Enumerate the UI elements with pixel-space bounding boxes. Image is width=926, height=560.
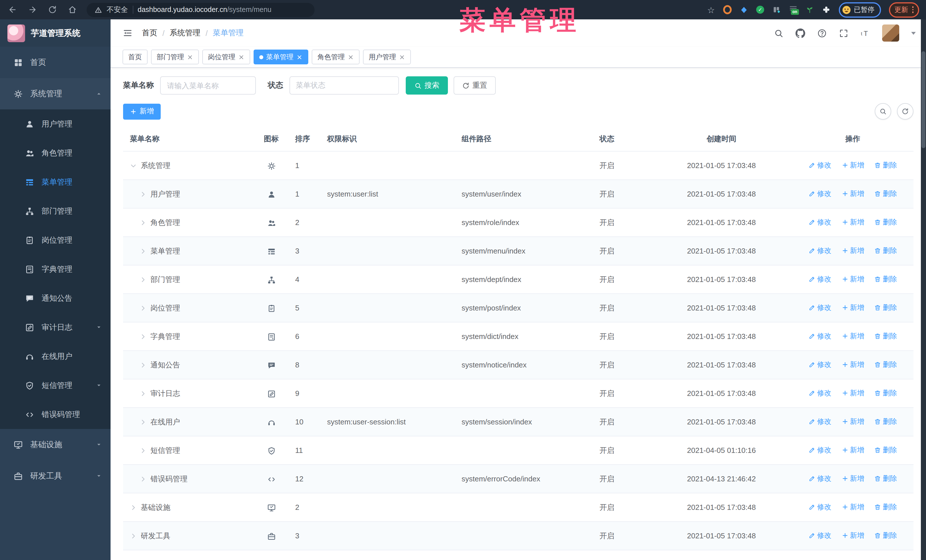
- edit-link[interactable]: 修改: [809, 332, 831, 341]
- menu-name-input[interactable]: [160, 76, 256, 95]
- edit-link[interactable]: 修改: [809, 246, 831, 256]
- edit-link[interactable]: 修改: [809, 503, 831, 512]
- extension-icon[interactable]: [739, 5, 748, 14]
- extension-icon[interactable]: [723, 5, 731, 14]
- close-icon[interactable]: [187, 54, 193, 60]
- add-link[interactable]: 新增: [841, 503, 864, 512]
- scrollbar-thumb[interactable]: [921, 51, 925, 148]
- add-link[interactable]: 新增: [841, 474, 864, 484]
- user-avatar[interactable]: [882, 24, 899, 42]
- sidebar-item-岗位管理[interactable]: 岗位管理: [0, 226, 110, 255]
- delete-link[interactable]: 删除: [874, 417, 897, 427]
- edit-link[interactable]: 修改: [809, 275, 831, 284]
- close-icon[interactable]: [238, 54, 244, 60]
- browser-forward-button[interactable]: [27, 4, 38, 15]
- profile-paused-badge[interactable]: 已暂停: [838, 2, 881, 17]
- browser-update-button[interactable]: 更新: [889, 2, 919, 17]
- page-scrollbar[interactable]: [921, 20, 926, 560]
- edit-link[interactable]: 修改: [809, 417, 831, 427]
- expand-caret-icon[interactable]: [130, 504, 137, 511]
- sidebar-item-在线用户[interactable]: 在线用户: [0, 342, 110, 371]
- github-icon[interactable]: [796, 28, 805, 38]
- sidebar-item-首页[interactable]: 首页: [0, 47, 110, 78]
- browser-home-button[interactable]: [67, 4, 78, 15]
- search-button[interactable]: 搜索: [406, 76, 448, 95]
- toggle-search-button[interactable]: [875, 103, 891, 120]
- delete-link[interactable]: 删除: [874, 246, 897, 256]
- add-link[interactable]: 新增: [841, 189, 864, 199]
- sidebar-item-字典管理[interactable]: 字典管理: [0, 255, 110, 284]
- expand-caret-icon[interactable]: [139, 190, 147, 198]
- edit-link[interactable]: 修改: [809, 189, 831, 199]
- edit-link[interactable]: 修改: [809, 531, 831, 540]
- reset-button[interactable]: 重置: [454, 76, 496, 95]
- delete-link[interactable]: 删除: [874, 189, 897, 199]
- close-icon[interactable]: [399, 54, 405, 60]
- expand-caret-icon[interactable]: [139, 219, 147, 226]
- tag-角色管理[interactable]: 角色管理: [312, 50, 360, 64]
- delete-link[interactable]: 删除: [874, 275, 897, 284]
- delete-link[interactable]: 删除: [874, 217, 897, 227]
- delete-link[interactable]: 删除: [874, 445, 897, 455]
- delete-link[interactable]: 删除: [874, 303, 897, 313]
- expand-caret-icon[interactable]: [139, 475, 147, 482]
- breadcrumb-item[interactable]: 首页: [142, 28, 157, 38]
- delete-link[interactable]: 删除: [874, 474, 897, 484]
- browser-reload-button[interactable]: [47, 4, 58, 15]
- edit-link[interactable]: 修改: [809, 217, 831, 227]
- delete-link[interactable]: 删除: [874, 161, 897, 171]
- expand-caret-icon[interactable]: [139, 305, 147, 311]
- refresh-table-button[interactable]: [897, 103, 914, 120]
- add-link[interactable]: 新增: [841, 388, 864, 398]
- edit-link[interactable]: 修改: [809, 388, 831, 398]
- delete-link[interactable]: 删除: [874, 332, 897, 341]
- font-size-icon[interactable]: [861, 28, 870, 38]
- edit-link[interactable]: 修改: [809, 360, 831, 370]
- browser-back-button[interactable]: [7, 4, 18, 15]
- add-link[interactable]: 新增: [841, 246, 864, 256]
- delete-link[interactable]: 删除: [874, 531, 897, 540]
- sidebar-item-菜单管理[interactable]: 菜单管理: [0, 168, 110, 196]
- extensions-puzzle-icon[interactable]: [822, 5, 831, 14]
- add-link[interactable]: 新增: [841, 531, 864, 540]
- expand-caret-icon[interactable]: [139, 361, 147, 368]
- expand-caret-icon[interactable]: [130, 532, 137, 539]
- expand-caret-icon[interactable]: [139, 248, 147, 254]
- close-icon[interactable]: [348, 54, 354, 60]
- address-bar[interactable]: 不安全 dashboard.yudao.iocoder.cn/system/me…: [86, 3, 315, 17]
- add-link[interactable]: 新增: [841, 303, 864, 313]
- tag-部门管理[interactable]: 部门管理: [151, 50, 199, 64]
- expand-caret-icon[interactable]: [130, 162, 137, 169]
- add-link[interactable]: 新增: [841, 417, 864, 427]
- add-link[interactable]: 新增: [841, 275, 864, 284]
- extension-icon[interactable]: on: [789, 5, 797, 14]
- close-icon[interactable]: [296, 54, 303, 60]
- expand-caret-icon[interactable]: [139, 447, 147, 454]
- sidebar-item-基础设施[interactable]: 基础设施: [0, 429, 110, 460]
- sidebar-collapse-icon[interactable]: [123, 28, 133, 38]
- add-link[interactable]: 新增: [841, 360, 864, 370]
- add-button[interactable]: 新增: [123, 103, 161, 119]
- app-logo[interactable]: 芋道管理系统: [0, 20, 110, 47]
- sidebar-item-部门管理[interactable]: 部门管理: [0, 196, 110, 226]
- tag-首页[interactable]: 首页: [123, 50, 148, 64]
- sidebar-item-短信管理[interactable]: 短信管理: [0, 371, 110, 400]
- breadcrumb-item-current[interactable]: 菜单管理: [213, 28, 244, 38]
- expand-caret-icon[interactable]: [139, 418, 147, 425]
- tag-菜单管理[interactable]: 菜单管理: [254, 50, 308, 64]
- sidebar-item-系统管理[interactable]: 系统管理: [0, 78, 110, 109]
- expand-caret-icon[interactable]: [139, 276, 147, 283]
- add-link[interactable]: 新增: [841, 445, 864, 455]
- breadcrumb-item[interactable]: 系统管理: [170, 28, 201, 38]
- extension-icon[interactable]: ✓: [756, 5, 764, 14]
- add-link[interactable]: 新增: [841, 332, 864, 341]
- edit-link[interactable]: 修改: [809, 161, 831, 171]
- add-link[interactable]: 新增: [841, 161, 864, 171]
- delete-link[interactable]: 删除: [874, 503, 897, 512]
- bookmark-star-icon[interactable]: ☆: [707, 5, 715, 14]
- sidebar-item-错误码管理[interactable]: 错误码管理: [0, 400, 110, 429]
- edit-link[interactable]: 修改: [809, 303, 831, 313]
- edit-link[interactable]: 修改: [809, 474, 831, 484]
- browser-menu-icon[interactable]: [912, 6, 914, 13]
- extension-icon[interactable]: [805, 5, 814, 14]
